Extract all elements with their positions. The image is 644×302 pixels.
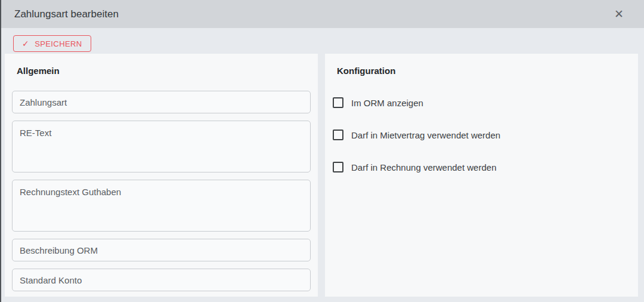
dialog-title: Zahlungsart bearbeiten — [14, 8, 119, 20]
config-checkboxes: Im ORM anzeigen Darf in Mietvertrag verw… — [333, 97, 631, 172]
checkbox-icon[interactable] — [333, 130, 343, 140]
field-beschreibung-orm — [12, 239, 311, 261]
window-left-edge — [0, 0, 1, 302]
field-zahlungsart — [12, 91, 311, 113]
checkbox-darf-in-rechnung[interactable]: Darf in Rechnung verwendet werden — [333, 162, 631, 172]
checkbox-im-orm-anzeigen[interactable]: Im ORM anzeigen — [333, 97, 631, 108]
section-heading-allgemein: Allgemein — [17, 66, 311, 76]
dialog-content: Allgemein Konfiguration Im ORM anze — [0, 54, 644, 297]
section-heading-konfiguration: Konfiguration — [337, 66, 631, 76]
field-rechnungstext-guthaben — [12, 180, 311, 232]
close-icon[interactable]: ✕ — [614, 8, 624, 20]
save-button-label: SPEICHERN — [35, 39, 82, 48]
rechnungstext-guthaben-textarea[interactable] — [12, 180, 311, 232]
general-fields — [12, 91, 311, 291]
checkbox-label: Darf in Rechnung verwendet werden — [351, 162, 496, 172]
field-re-text — [12, 121, 311, 172]
zahlungsart-input[interactable] — [12, 91, 311, 113]
panel-allgemein: Allgemein — [5, 54, 318, 297]
beschreibung-orm-input[interactable] — [12, 239, 311, 261]
panel-konfiguration: Konfiguration Im ORM anzeigen Darf in Mi… — [325, 54, 638, 297]
checkbox-icon[interactable] — [333, 97, 343, 108]
re-text-textarea[interactable] — [12, 121, 311, 172]
save-button[interactable]: ✓ SPEICHERN — [13, 35, 91, 52]
checkbox-darf-in-mietvertrag[interactable]: Darf in Mietvertrag verwendet werden — [333, 130, 631, 140]
dialog-toolbar: ✓ SPEICHERN — [0, 28, 644, 54]
dialog-titlebar: Zahlungsart bearbeiten ✕ — [0, 0, 644, 28]
standard-konto-input[interactable] — [12, 269, 311, 291]
field-standard-konto — [12, 269, 311, 291]
checkmark-icon: ✓ — [22, 39, 29, 48]
checkbox-icon[interactable] — [333, 162, 343, 172]
checkbox-label: Darf in Mietvertrag verwendet werden — [351, 130, 500, 140]
checkbox-label: Im ORM anzeigen — [351, 98, 423, 108]
